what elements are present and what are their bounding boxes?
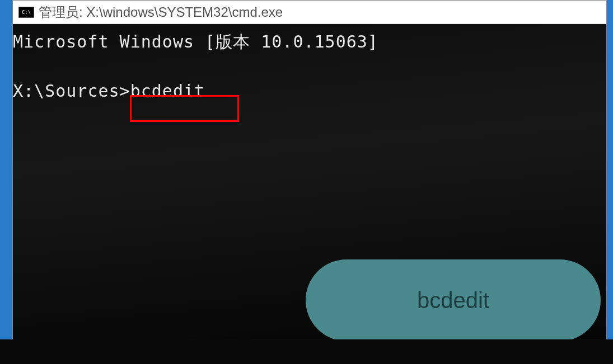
cmd-window: C:\ 管理员: X:\windows\SYSTEM32\cmd.exe Mic… xyxy=(12,0,607,364)
titlebar[interactable]: C:\ 管理员: X:\windows\SYSTEM32\cmd.exe xyxy=(13,1,606,24)
prompt-line: X:\Sources>bcdedit xyxy=(13,79,606,103)
annotation-pill[interactable]: bcdedit xyxy=(306,259,601,340)
window-title: 管理员: X:\windows\SYSTEM32\cmd.exe xyxy=(39,3,283,21)
bottom-bar xyxy=(0,339,613,364)
prompt-text: X:\Sources> xyxy=(13,81,130,101)
cmd-icon: C:\ xyxy=(18,7,34,18)
cmd-icon-label: C:\ xyxy=(22,10,31,15)
command-text: bcdedit xyxy=(130,81,205,101)
console-area[interactable]: Microsoft Windows [版本 10.0.15063] X:\Sou… xyxy=(13,24,606,340)
version-text: Microsoft Windows [版本 10.0.15063] xyxy=(13,30,606,54)
annotation-pill-label: bcdedit xyxy=(417,288,489,313)
